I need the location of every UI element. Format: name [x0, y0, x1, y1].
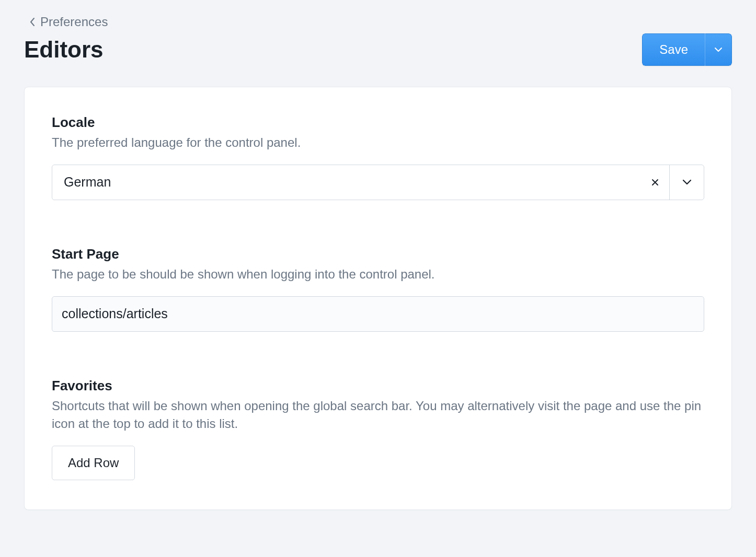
chevron-left-icon — [29, 17, 35, 27]
locale-clear-button[interactable] — [641, 165, 669, 200]
add-row-button[interactable]: Add Row — [52, 446, 135, 480]
breadcrumb[interactable]: Preferences — [29, 15, 732, 29]
favorites-help: Shortcuts that will be shown when openin… — [52, 397, 704, 434]
start-page-label: Start Page — [52, 246, 704, 262]
locale-dropdown-toggle[interactable] — [669, 165, 704, 200]
settings-card: Locale The preferred language for the co… — [24, 87, 732, 510]
locale-select[interactable]: German — [52, 165, 704, 200]
field-favorites: Favorites Shortcuts that will be shown w… — [52, 378, 704, 481]
save-button-group: Save — [642, 33, 732, 66]
save-button[interactable]: Save — [642, 33, 705, 66]
chevron-down-icon — [714, 47, 723, 52]
start-page-input[interactable] — [52, 296, 704, 332]
locale-select-value: German — [52, 165, 641, 200]
save-dropdown-toggle[interactable] — [705, 33, 732, 66]
close-icon — [651, 179, 659, 186]
breadcrumb-parent: Preferences — [40, 15, 108, 29]
chevron-down-icon — [682, 179, 692, 185]
start-page-help: The page to be should be shown when logg… — [52, 265, 704, 284]
favorites-label: Favorites — [52, 378, 704, 394]
field-start-page: Start Page The page to be should be show… — [52, 246, 704, 332]
locale-help: The preferred language for the control p… — [52, 134, 704, 152]
page-title: Editors — [24, 37, 104, 63]
field-locale: Locale The preferred language for the co… — [52, 114, 704, 200]
locale-label: Locale — [52, 114, 704, 131]
